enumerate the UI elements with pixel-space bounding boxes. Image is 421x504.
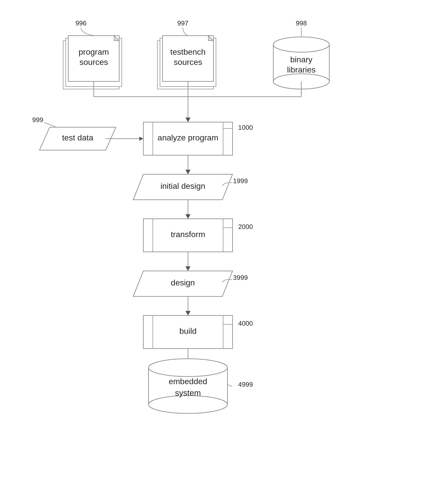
- svg-marker-36: [185, 311, 191, 315]
- binary-libraries-line2: libraries: [287, 65, 316, 74]
- svg-marker-17: [185, 118, 191, 122]
- ref-4000: 4000: [238, 320, 253, 327]
- svg-marker-25: [185, 170, 191, 174]
- transform-label: transform: [171, 230, 205, 239]
- test-data-label: test data: [62, 133, 93, 142]
- svg-point-44: [148, 396, 227, 413]
- testbench-sources-line1: testbench: [170, 47, 206, 56]
- design-label: design: [171, 278, 195, 287]
- embedded-system-line2: system: [175, 388, 201, 397]
- analyze-program-label: analyze program: [158, 133, 218, 142]
- ref-1999: 1999: [233, 177, 248, 185]
- initial-design-label: initial design: [160, 181, 205, 191]
- embedded-system-line1: embedded: [169, 377, 207, 386]
- ref-1000: 1000: [238, 124, 253, 131]
- ref-997: 997: [177, 19, 188, 27]
- build-label: build: [179, 326, 197, 336]
- binary-libraries-line1: binary: [290, 55, 312, 64]
- svg-marker-33: [185, 266, 191, 271]
- program-sources-line1: program: [78, 47, 109, 56]
- ref-996: 996: [75, 19, 86, 27]
- ref-2000: 2000: [238, 223, 253, 231]
- program-sources-line2: sources: [79, 57, 108, 67]
- svg-point-9: [273, 37, 329, 52]
- svg-point-43: [148, 359, 227, 377]
- ref-998: 998: [296, 19, 307, 27]
- svg-marker-20: [139, 137, 143, 141]
- ref-999: 999: [32, 116, 43, 124]
- svg-marker-28: [185, 214, 191, 219]
- ref-4999: 4999: [238, 381, 253, 388]
- testbench-sources-line2: sources: [174, 57, 202, 67]
- ref-3999: 3999: [233, 274, 248, 281]
- diagram-container: program sources 996 testbench sources 99…: [0, 0, 421, 504]
